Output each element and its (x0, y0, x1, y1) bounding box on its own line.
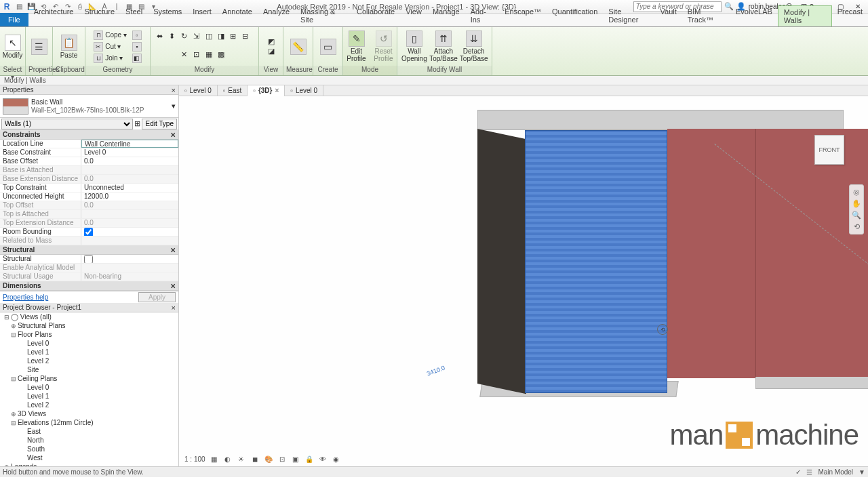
modify-button[interactable]: ↖Modify (1, 33, 25, 60)
nav-orbit-icon[interactable]: ⟲ (854, 222, 860, 231)
status-filter-icon[interactable]: ▼ (859, 468, 865, 476)
ribbon-tab[interactable]: EvolveLAB (730, 5, 778, 26)
tree-item[interactable]: North (0, 436, 178, 445)
viewcube[interactable]: FRONT (810, 130, 849, 169)
cope-button[interactable]: ⊓Cope ▾ (92, 30, 128, 41)
property-row[interactable]: Base Offset0.0 (0, 157, 178, 166)
geom-btn-3[interactable]: ◧ (131, 53, 143, 64)
modify-tool-icon[interactable]: ⊡ (193, 50, 204, 61)
project-browser[interactable]: ⊟◯ Views (all)⊕Structural Plans⊟Floor Pl… (0, 312, 178, 466)
ribbon-tab[interactable]: Analyze (258, 5, 295, 26)
ribbon-tab[interactable]: Structure (79, 5, 120, 26)
property-row[interactable]: Unconnected Height12000.0 (0, 192, 178, 201)
geom-btn-1[interactable]: ▫ (131, 30, 143, 41)
measure-button[interactable]: 📏 (286, 37, 311, 56)
tree-item[interactable]: ⊟Ceiling Plans (0, 374, 178, 383)
sun-path-icon[interactable]: ☀ (237, 454, 246, 464)
tree-item[interactable]: Level 0 (0, 383, 178, 392)
modify-tool-icon[interactable]: ✕ (181, 50, 192, 61)
properties-close-icon[interactable]: × (172, 86, 176, 94)
apply-button[interactable]: Apply (138, 292, 176, 302)
view-tab[interactable]: ▫East (218, 85, 248, 96)
tree-item[interactable]: Site (0, 365, 178, 374)
panel-select[interactable]: Select ▾ (0, 66, 25, 75)
tree-item[interactable]: South (0, 445, 178, 453)
property-row[interactable]: Location LineWall Centerline (0, 140, 178, 148)
scale-label[interactable]: 1 : 100 (184, 455, 205, 463)
ribbon-tab[interactable]: Manage (427, 5, 465, 26)
status-worksets-icon[interactable]: ☰ (806, 468, 812, 476)
property-row[interactable]: Room Bounding (0, 228, 178, 237)
ribbon-tab[interactable]: Vault (655, 5, 682, 26)
edit-type-button[interactable]: Edit Type (142, 119, 177, 129)
property-row[interactable]: Structural (0, 255, 178, 264)
ribbon-tab[interactable]: Insert (187, 5, 217, 26)
ribbon-tab[interactable]: Modify | Walls (778, 5, 832, 26)
lock-icon[interactable]: 🔒 (304, 454, 314, 464)
type-selector[interactable]: Basic Wall Wall-Ext_102Bwk-75Ins-100LBlk… (0, 95, 178, 118)
app-logo[interactable]: R (1, 1, 12, 12)
property-row[interactable]: Top ConstraintUnconnected (0, 184, 178, 192)
modify-tool-icon[interactable]: ⇲ (193, 32, 204, 43)
tree-item[interactable]: ⊕Structural Plans (0, 321, 178, 330)
property-category[interactable]: Constraints⨯ (0, 130, 178, 140)
attach-button[interactable]: ⇈Attach Top/Base (430, 29, 458, 64)
viewcube-front[interactable]: FRONT (814, 135, 844, 165)
ribbon-tab[interactable]: Steel (120, 5, 148, 26)
modify-tool-icon[interactable]: ◫ (205, 32, 216, 43)
ribbon-tab[interactable]: BIM Track™ (682, 5, 730, 26)
paste-button[interactable]: 📋Paste (57, 33, 81, 60)
modify-tool-icon[interactable]: ⊞ (230, 32, 241, 43)
property-checkbox[interactable] (84, 228, 93, 236)
ribbon-tab[interactable]: Collaborate (351, 5, 400, 26)
3d-canvas[interactable]: 3410.0 ⟲ FRONT ◎ ✋ 🔍 ⟲ 1 : 100 ▦ ◐ (179, 96, 868, 466)
file-tab[interactable]: File (0, 13, 28, 26)
view-tab[interactable]: ▫Level 0 (179, 85, 218, 96)
ribbon-tab[interactable]: Site Designer (603, 5, 654, 26)
modify-tool-icon[interactable]: ◨ (218, 32, 229, 43)
modify-tool-icon[interactable]: ⬍ (169, 32, 180, 43)
edit-type-icon[interactable]: ⊞ (134, 119, 140, 128)
tree-item[interactable]: Level 1 (0, 348, 178, 357)
view-tab[interactable]: ▫Level 0 (285, 85, 323, 96)
tree-item[interactable]: ⊕Legends (0, 462, 178, 466)
qat-open-icon[interactable]: ▤ (14, 1, 24, 12)
edit-profile-button[interactable]: ✎Edit Profile (344, 29, 369, 64)
modify-tool-icon[interactable]: ⊟ (242, 32, 253, 43)
properties-button[interactable]: ☰ (27, 37, 52, 56)
tree-item[interactable]: East (0, 427, 178, 436)
cut-button[interactable]: ✂Cut ▾ (92, 41, 128, 52)
ribbon-tab[interactable]: Systems (148, 5, 187, 26)
nav-pan-icon[interactable]: ✋ (852, 199, 861, 208)
create-button[interactable]: ▭ (316, 37, 340, 56)
tree-item[interactable]: ⊟Elevations (12mm Circle) (0, 418, 178, 427)
ribbon-tab[interactable]: Massing & Site (295, 5, 351, 26)
modify-tool-icon[interactable]: ⬌ (157, 32, 167, 43)
status-worksets[interactable]: Main Model (818, 468, 853, 476)
modify-tool-icon[interactable]: ▦ (205, 50, 216, 61)
tree-item[interactable]: ⊟Floor Plans (0, 330, 178, 339)
view-tool-icon[interactable]: ◪ (268, 47, 275, 56)
reveal-icon[interactable]: ◉ (332, 454, 341, 464)
tree-item[interactable]: West (0, 453, 178, 462)
ribbon-tab[interactable]: Quantification (547, 5, 603, 26)
ribbon-tab[interactable]: View (400, 5, 427, 26)
view-tab-close-icon[interactable]: × (275, 87, 279, 94)
tree-item[interactable]: Level 1 (0, 392, 178, 401)
property-category[interactable]: Dimensions⨯ (0, 281, 178, 291)
view-tab[interactable]: ▫{3D}× (248, 85, 285, 96)
ribbon-tab[interactable]: Architecture (28, 5, 79, 26)
property-row[interactable]: Base ConstraintLevel 0 (0, 148, 178, 157)
rendering-icon[interactable]: 🎨 (264, 454, 273, 464)
join-button[interactable]: ⊔Join ▾ (92, 53, 128, 64)
browser-close-icon[interactable]: × (172, 304, 176, 312)
wall-opening-button[interactable]: ▯Wall Opening (401, 29, 427, 64)
shadows-icon[interactable]: ◼ (250, 454, 260, 464)
tree-item[interactable]: ⊟◯ Views (all) (0, 312, 178, 321)
crop-region-icon[interactable]: ▣ (291, 454, 300, 464)
ribbon-tab[interactable]: Enscape™ (499, 5, 547, 26)
crop-icon[interactable]: ⊡ (277, 454, 287, 464)
nav-wheel-icon[interactable]: ◎ (853, 188, 860, 197)
properties-help-link[interactable]: Properties help (3, 293, 48, 301)
modify-tool-icon[interactable]: ▩ (218, 50, 229, 61)
